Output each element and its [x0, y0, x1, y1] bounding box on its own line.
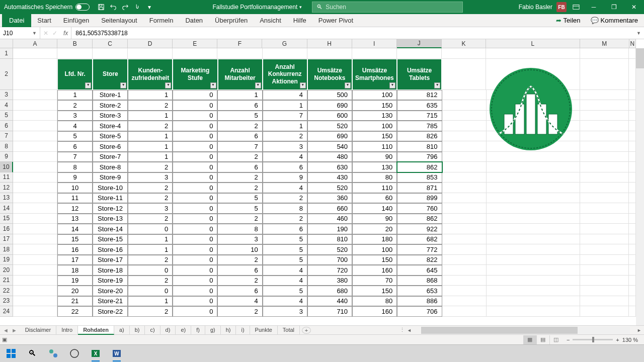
ribbon-tab-daten[interactable]: Daten	[179, 14, 209, 27]
table-cell[interactable]: 2	[217, 183, 262, 193]
table-cell[interactable]: 2	[128, 276, 173, 286]
row-header[interactable]: 23	[0, 296, 13, 307]
table-cell[interactable]: Store-16	[93, 244, 128, 255]
table-cell[interactable]: 886	[397, 296, 442, 307]
cell[interactable]	[397, 48, 442, 59]
table-cell[interactable]: 8	[217, 224, 262, 234]
table-cell[interactable]: 18	[57, 265, 93, 276]
table-cell[interactable]: 1	[128, 234, 173, 245]
cell[interactable]	[629, 162, 636, 172]
cell[interactable]	[13, 306, 57, 317]
table-cell[interactable]: 868	[397, 276, 442, 286]
sheet-tab[interactable]: e)	[176, 326, 191, 335]
table-cell[interactable]: 520	[307, 121, 352, 131]
table-cell[interactable]: 17	[57, 255, 93, 265]
scroll-left-icon[interactable]: ◄	[407, 328, 414, 333]
table-cell[interactable]: 3	[128, 203, 173, 214]
table-cell[interactable]: 480	[307, 152, 352, 162]
cell[interactable]	[13, 224, 57, 234]
sheet-tab[interactable]: f)	[191, 326, 205, 335]
table-cell[interactable]: 12	[57, 203, 93, 214]
table-cell[interactable]: 1	[263, 100, 307, 111]
row-header[interactable]: 12	[0, 183, 13, 193]
fx-icon[interactable]: fx	[63, 30, 68, 37]
sheet-tab[interactable]: Rohdaten	[78, 326, 114, 335]
table-cell[interactable]: 150	[352, 255, 397, 265]
cell[interactable]	[442, 306, 487, 317]
table-cell[interactable]: 11	[57, 193, 93, 204]
table-cell[interactable]: 645	[397, 265, 442, 276]
table-cell[interactable]: 0	[173, 172, 217, 183]
table-cell[interactable]: Store-9	[93, 172, 128, 183]
new-sheet-button[interactable]: +	[302, 327, 311, 334]
row-header[interactable]: 15	[0, 214, 13, 224]
chevron-down-icon[interactable]: ▼	[32, 31, 37, 36]
table-cell[interactable]: 0	[173, 111, 217, 121]
cell[interactable]	[580, 59, 629, 90]
accept-formula-icon[interactable]: ✓	[52, 30, 57, 37]
table-cell[interactable]: 520	[307, 183, 352, 193]
cancel-formula-icon[interactable]: ✕	[43, 30, 48, 37]
table-cell[interactable]: 500	[307, 90, 352, 101]
cell[interactable]	[13, 152, 57, 162]
cell[interactable]	[13, 48, 57, 59]
table-cell[interactable]: 6	[217, 286, 262, 296]
table-header[interactable]: MarketingStufe▼	[173, 59, 217, 90]
cell[interactable]	[629, 286, 636, 296]
filter-icon[interactable]: ▼	[434, 82, 440, 88]
table-cell[interactable]: 810	[307, 234, 352, 245]
table-cell[interactable]: Store-20	[93, 286, 128, 296]
table-cell[interactable]: 0	[173, 214, 217, 224]
table-cell[interactable]: 630	[307, 162, 352, 172]
table-cell[interactable]: 2	[217, 152, 262, 162]
filter-icon[interactable]: ▼	[345, 82, 351, 88]
table-cell[interactable]: 90	[352, 152, 397, 162]
table-cell[interactable]: Store-18	[93, 265, 128, 276]
table-cell[interactable]: Store-14	[93, 224, 128, 234]
table-cell[interactable]: 796	[397, 152, 442, 162]
table-cell[interactable]: 2	[263, 214, 307, 224]
cell[interactable]	[487, 152, 580, 162]
cell[interactable]	[13, 162, 57, 172]
cell[interactable]	[442, 48, 486, 59]
table-cell[interactable]: 0	[128, 286, 173, 296]
cell[interactable]	[580, 172, 629, 183]
formula-input[interactable]: 861,505375338718	[71, 30, 633, 37]
table-cell[interactable]: 15	[57, 234, 93, 245]
cell[interactable]	[629, 306, 636, 317]
table-cell[interactable]: Store-7	[93, 152, 128, 162]
table-cell[interactable]: 90	[352, 214, 397, 224]
cell[interactable]	[442, 286, 487, 296]
table-cell[interactable]: 6	[57, 141, 93, 152]
table-cell[interactable]: 2	[217, 306, 262, 317]
table-cell[interactable]: 3	[217, 234, 262, 245]
search-box[interactable]: 🔍︎ Suchen	[312, 2, 463, 13]
cell[interactable]	[442, 203, 487, 214]
table-cell[interactable]: 440	[307, 296, 352, 307]
cell[interactable]	[629, 59, 636, 90]
table-cell[interactable]: 785	[397, 121, 442, 131]
table-cell[interactable]: 4	[263, 276, 307, 286]
cell[interactable]	[13, 131, 57, 142]
cell[interactable]	[487, 172, 580, 183]
cell[interactable]	[487, 265, 580, 276]
table-cell[interactable]: 160	[352, 265, 397, 276]
row-header[interactable]: 7	[0, 131, 13, 142]
cell[interactable]	[580, 131, 629, 142]
table-cell[interactable]: 2	[128, 306, 173, 317]
cell[interactable]	[629, 141, 636, 152]
table-cell[interactable]: 690	[307, 100, 352, 111]
table-cell[interactable]: Store-3	[93, 111, 128, 121]
cell[interactable]	[487, 224, 580, 234]
autosave-toggle[interactable]: Automatisches Speichern	[0, 4, 94, 11]
table-header[interactable]: UmsätzeTablets▼	[397, 59, 442, 90]
table-cell[interactable]: 682	[397, 234, 442, 245]
table-cell[interactable]: 150	[352, 100, 397, 111]
table-cell[interactable]: 4	[57, 121, 93, 131]
table-cell[interactable]: 6	[217, 265, 262, 276]
cell[interactable]	[580, 306, 629, 317]
column-header[interactable]: H	[307, 39, 352, 48]
table-cell[interactable]: 720	[307, 265, 352, 276]
table-cell[interactable]: 772	[397, 244, 442, 255]
table-cell[interactable]: 0	[173, 183, 217, 193]
